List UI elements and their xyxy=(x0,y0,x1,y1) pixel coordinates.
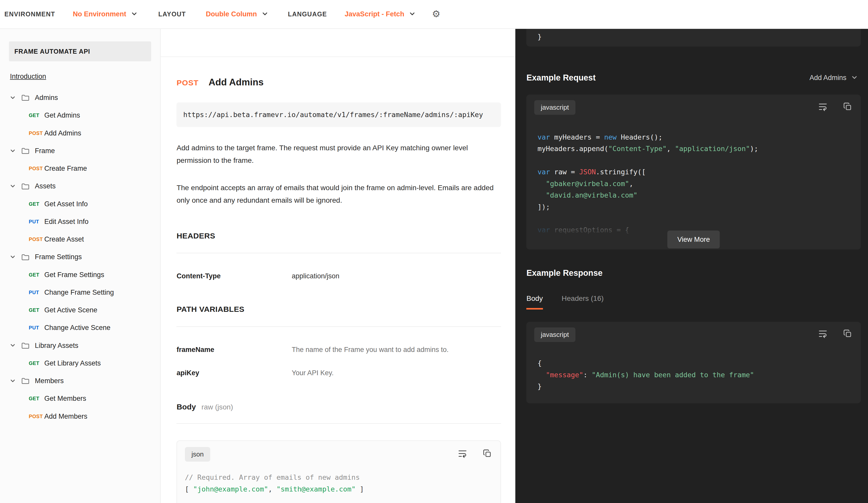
copy-button[interactable] xyxy=(843,102,852,113)
sidebar-endpoint-get-frame-settings[interactable]: GETGet Frame Settings xyxy=(9,266,151,283)
header-value: application/json xyxy=(292,272,339,280)
layout-label: LAYOUT xyxy=(158,10,186,18)
path-variable-key: apiKey xyxy=(176,369,291,377)
chevron-down-icon xyxy=(10,254,16,260)
code-line: { xyxy=(538,357,850,369)
chevron-down-icon xyxy=(10,95,16,101)
sidebar-folder-members[interactable]: Members xyxy=(9,372,151,390)
wrap-text-icon xyxy=(458,449,467,460)
view-more-button[interactable]: View More xyxy=(668,231,720,249)
sidebar-item-label: Assets xyxy=(35,182,55,190)
settings-gear-button[interactable]: ⚙ xyxy=(431,8,442,20)
sidebar-endpoint-edit-asset-info[interactable]: PUTEdit Asset Info xyxy=(9,213,151,231)
code-line: ]); xyxy=(538,201,850,213)
chevron-down-icon xyxy=(10,148,16,154)
path-variables-heading: PATH VARIABLES xyxy=(176,305,501,327)
sidebar-folder-assets[interactable]: Assets xyxy=(9,177,151,195)
wrap-text-button[interactable] xyxy=(818,102,828,113)
endpoint-description-1: Add admins to the target frame. The requ… xyxy=(176,142,500,167)
sidebar-endpoint-get-asset-info[interactable]: GETGet Asset Info xyxy=(9,195,151,213)
sidebar-endpoint-get-members[interactable]: GETGet Members xyxy=(9,390,151,407)
sidebar-endpoint-add-members[interactable]: POSTAdd Members xyxy=(9,407,151,425)
chevron-down-icon xyxy=(10,343,16,348)
chevron-down-icon xyxy=(10,184,16,189)
language-select[interactable]: JavaScript - Fetch xyxy=(341,10,418,19)
copy-icon xyxy=(843,329,852,340)
content-header-divider xyxy=(161,29,515,57)
sidebar-folder-frame-settings[interactable]: Frame Settings xyxy=(9,248,151,266)
code-line: var myHeaders = new Headers(); xyxy=(538,132,850,143)
copy-button[interactable] xyxy=(483,449,492,460)
api-documentation-page: ENVIRONMENT No Environment LAYOUT Double… xyxy=(0,0,868,503)
method-badge: GET xyxy=(29,396,44,401)
code-line xyxy=(538,155,850,166)
sidebar-item-label: Frame Settings xyxy=(35,253,82,261)
path-variable-row: apiKey Your API Key. xyxy=(176,369,501,377)
layout-value: Double Column xyxy=(206,10,257,18)
sidebar-tree: AdminsGETGet AdminsPOSTAdd Admins FrameP… xyxy=(9,89,151,425)
headers-heading: HEADERS xyxy=(176,232,501,253)
language-chip: javascript xyxy=(534,100,576,115)
sidebar-folder-library-assets[interactable]: Library Assets xyxy=(9,337,151,354)
code-content: var myHeaders = new Headers();myHeaders.… xyxy=(526,119,860,250)
example-request-select-value: Add Admins xyxy=(809,74,846,82)
language-value: JavaScript - Fetch xyxy=(345,10,404,18)
layout-select[interactable]: Double Column xyxy=(203,10,271,19)
tab-body[interactable]: Body xyxy=(526,294,543,310)
language-chip: javascript xyxy=(534,327,576,342)
code-card-header: javascript xyxy=(526,322,860,346)
endpoint-title: POST Add Admins xyxy=(176,77,501,88)
method-badge: GET xyxy=(29,360,44,366)
tab-headers[interactable]: Headers (16) xyxy=(562,294,603,310)
sidebar-item-label: Add Members xyxy=(44,412,87,420)
sidebar: FRAME AUTOMATE API Introduction AdminsGE… xyxy=(0,29,161,503)
example-request-select[interactable]: Add Admins xyxy=(806,73,861,82)
example-request-code-card: javascript var xyxy=(526,95,860,250)
folder-icon xyxy=(21,147,30,155)
examples-panel: } Example Request Add Admins javascript xyxy=(515,29,868,503)
folder-icon xyxy=(21,377,30,385)
sidebar-item-introduction[interactable]: Introduction xyxy=(10,73,46,81)
example-response-code-card: javascript { " xyxy=(526,322,860,403)
path-variable-key: frameName xyxy=(176,346,291,354)
sidebar-folder-admins[interactable]: Admins xyxy=(9,89,151,107)
sidebar-item-label: Members xyxy=(35,377,64,385)
sidebar-item-label: Get Members xyxy=(44,395,86,402)
sidebar-endpoint-get-admins[interactable]: GETGet Admins xyxy=(9,107,151,124)
endpoint-url: https://api.beta.framevr.io/automate/v1/… xyxy=(176,103,501,127)
path-variable-desc: The name of the Frame you want to add ad… xyxy=(292,346,448,354)
endpoint-description-2: The endpoint accepts an array of emails … xyxy=(176,182,500,207)
chevron-down-icon xyxy=(10,378,16,384)
sidebar-item-label: Change Active Scene xyxy=(44,324,111,332)
method-badge: POST xyxy=(29,130,44,136)
method-badge: POST xyxy=(29,237,44,242)
code-line: } xyxy=(538,380,850,392)
body-section-heading: Body raw (json) xyxy=(176,402,501,424)
sidebar-endpoint-create-asset[interactable]: POSTCreate Asset xyxy=(9,231,151,248)
sidebar-endpoint-get-active-scene[interactable]: GETGet Active Scene xyxy=(9,301,151,319)
endpoint-method: POST xyxy=(176,78,198,87)
sidebar-endpoint-get-library-assets[interactable]: GETGet Library Assets xyxy=(9,355,151,372)
path-variable-row: frameName The name of the Frame you want… xyxy=(176,346,501,354)
chevron-down-icon xyxy=(262,11,268,17)
wrap-text-button[interactable] xyxy=(458,449,467,460)
code-line xyxy=(538,213,850,224)
path-variable-desc: Your API Key. xyxy=(292,369,334,377)
sidebar-endpoint-change-active-scene[interactable]: PUTChange Active Scene xyxy=(9,319,151,337)
sidebar-folder-frame[interactable]: Frame xyxy=(9,142,151,160)
method-badge: GET xyxy=(29,201,44,207)
chevron-down-icon xyxy=(409,11,415,17)
collection-title: FRAME AUTOMATE API xyxy=(9,41,151,61)
main-layout: FRAME AUTOMATE API Introduction AdminsGE… xyxy=(0,29,868,503)
body-label: Body xyxy=(176,402,196,411)
environment-select[interactable]: No Environment xyxy=(70,10,141,19)
copy-button[interactable] xyxy=(843,329,852,340)
sidebar-endpoint-add-admins[interactable]: POSTAdd Admins xyxy=(9,124,151,142)
code-line: // Required. Array of emails of new admi… xyxy=(185,472,493,483)
sidebar-endpoint-create-frame[interactable]: POSTCreate Frame xyxy=(9,160,151,177)
sidebar-item-label: Get Active Scene xyxy=(44,306,97,314)
response-tabs: Body Headers (16) xyxy=(526,294,860,310)
wrap-text-button[interactable] xyxy=(818,329,828,340)
gear-icon: ⚙ xyxy=(432,9,441,19)
sidebar-endpoint-change-frame-setting[interactable]: PUTChange Frame Setting xyxy=(9,284,151,301)
